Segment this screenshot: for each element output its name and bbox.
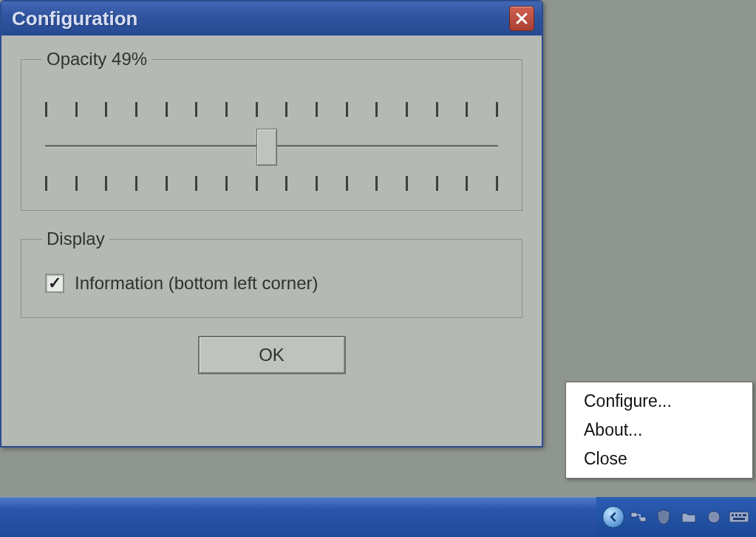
circle-icon: [706, 510, 721, 524]
network-icon: [630, 510, 647, 524]
context-menu-item-configure[interactable]: Configure...: [568, 387, 751, 416]
svg-rect-1: [640, 517, 646, 521]
info-checkbox[interactable]: [45, 274, 64, 293]
tray-keyboard-icon[interactable]: [728, 506, 750, 528]
taskbar: [0, 497, 756, 537]
svg-rect-7: [743, 514, 746, 516]
shield-icon: [656, 509, 671, 525]
close-icon: [515, 12, 528, 25]
tray-circle-icon[interactable]: [703, 506, 725, 528]
window-client-area: Opacity 49% Display Information (bottom …: [1, 36, 542, 391]
display-legend: Display: [42, 229, 109, 249]
svg-rect-4: [732, 514, 734, 516]
button-row: OK: [21, 336, 522, 374]
info-checkbox-label: Information (bottom left corner): [75, 273, 318, 294]
context-menu-item-close[interactable]: Close: [568, 445, 751, 473]
tray-expand-button[interactable]: [602, 506, 624, 528]
slider-ticks-top: [45, 102, 498, 117]
context-menu-item-about[interactable]: About...: [568, 416, 751, 445]
svg-rect-8: [733, 518, 745, 520]
svg-rect-0: [631, 513, 637, 517]
opacity-group: Opacity 49%: [21, 49, 522, 211]
window-close-button[interactable]: [509, 6, 534, 31]
svg-point-2: [708, 511, 720, 523]
tray-shield-icon[interactable]: [653, 506, 675, 528]
chevron-left-icon: [608, 512, 619, 522]
svg-rect-3: [729, 512, 749, 522]
info-checkbox-row: Information (bottom left corner): [45, 273, 505, 294]
svg-rect-6: [739, 514, 741, 516]
ok-button[interactable]: OK: [198, 336, 346, 374]
opacity-slider[interactable]: [45, 102, 498, 191]
tray-network-icon[interactable]: [627, 506, 650, 528]
tray-folder-icon[interactable]: [678, 506, 700, 528]
tray-context-menu: Configure...About...Close: [565, 382, 753, 479]
slider-thumb[interactable]: [256, 129, 277, 166]
folder-icon: [681, 510, 697, 524]
system-tray: [596, 497, 756, 537]
opacity-legend: Opacity 49%: [42, 49, 151, 70]
keyboard-icon: [729, 511, 749, 523]
window-title: Configuration: [12, 7, 509, 30]
svg-rect-5: [735, 514, 738, 516]
slider-ticks-bottom: [45, 176, 498, 191]
configuration-window: Configuration Opacity 49% Display: [0, 0, 543, 448]
display-group: Display Information (bottom left corner): [21, 229, 522, 318]
titlebar[interactable]: Configuration: [1, 1, 542, 36]
